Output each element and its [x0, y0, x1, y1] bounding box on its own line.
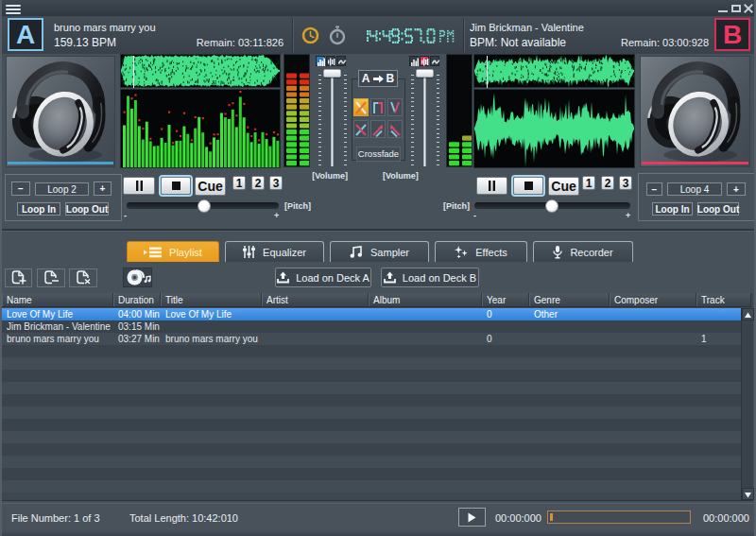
clear-file-button[interactable]	[69, 268, 97, 287]
scope-view-button[interactable]	[336, 56, 346, 66]
crossfade-curve-1[interactable]	[353, 98, 369, 116]
deck-a-cue-button[interactable]: Cue	[195, 177, 226, 196]
playlist-row-empty[interactable]	[2, 468, 741, 480]
deck-a-pause-button[interactable]	[123, 177, 155, 195]
deck-b-hotcue-2[interactable]: 2	[601, 176, 614, 190]
tab-playlist[interactable]: Playlist	[127, 241, 219, 262]
waveform-view-button[interactable]	[326, 56, 335, 66]
deck-a-waveform-overview[interactable]	[120, 54, 281, 88]
column-header-artist[interactable]: Artist	[262, 293, 369, 306]
deck-b-stop-button[interactable]	[513, 177, 543, 195]
music-library-button[interactable]	[123, 268, 152, 287]
crossfade-curve-5[interactable]	[370, 120, 386, 138]
column-header-composer[interactable]: Composer	[610, 293, 696, 306]
preview-play-button[interactable]	[458, 508, 486, 527]
cell-title	[161, 443, 262, 456]
playlist-row-empty[interactable]	[2, 431, 741, 443]
column-header-track[interactable]: Track	[696, 293, 751, 306]
minimize-button[interactable]	[718, 10, 728, 12]
deck-b-hotcue-1[interactable]: 1	[582, 176, 595, 190]
deck-b-pause-button[interactable]	[476, 177, 507, 195]
auto-mix-a-to-b-button[interactable]: A B	[358, 70, 398, 87]
deck-b-waveform-zoom[interactable]	[473, 89, 635, 168]
deck-a-hotcue-1[interactable]: 1	[232, 176, 246, 190]
playlist-row[interactable]: Jim Brickman - Valentine03:15 Min	[2, 320, 741, 333]
loop-in-button[interactable]: Loop In	[652, 202, 693, 216]
deck-a-spectrum-display[interactable]	[120, 89, 281, 168]
cell-title	[161, 320, 262, 333]
tab-equalizer[interactable]: Equalizer	[225, 241, 324, 262]
playlist-row-empty[interactable]	[2, 443, 741, 456]
crossfade-curve-3[interactable]	[387, 98, 403, 116]
cell-name	[2, 443, 113, 456]
load-on-deck-a-button[interactable]: Load on Deck A	[275, 268, 371, 287]
deck-a-hotcue-2[interactable]: 2	[251, 176, 265, 190]
deck-b-volume-fader[interactable]	[410, 69, 440, 167]
deck-b-waveform-overview[interactable]	[473, 54, 635, 88]
column-header-duration[interactable]: Duration	[113, 293, 161, 306]
deck-a-volume-knob[interactable]	[323, 69, 341, 78]
column-header-title[interactable]: Title	[161, 293, 262, 306]
deck-a-stop-button[interactable]	[161, 177, 191, 195]
cell-artist	[262, 357, 369, 370]
column-header-album[interactable]: Album	[369, 293, 482, 306]
add-file-button[interactable]	[5, 268, 32, 287]
stopwatch-icon[interactable]	[328, 26, 347, 45]
deck-b-volume-knob[interactable]	[416, 69, 434, 78]
spectrum-view-button[interactable]	[316, 56, 325, 66]
column-header-genre[interactable]: Genre	[529, 293, 610, 306]
load-on-deck-b-button[interactable]: Load on Deck B	[381, 268, 479, 287]
loop-decrease-button[interactable]: −	[646, 182, 662, 196]
spectrum-view-button[interactable]	[409, 56, 419, 66]
playlist-row-empty[interactable]	[2, 394, 741, 406]
playlist-row-empty[interactable]	[2, 456, 741, 468]
menu-icon[interactable]	[6, 5, 21, 15]
deck-b-hotcue-3[interactable]: 3	[619, 176, 632, 190]
remove-file-button[interactable]	[37, 268, 65, 287]
crossfade-curve-6[interactable]	[387, 120, 403, 138]
scope-view-button[interactable]	[430, 56, 439, 66]
column-header-name[interactable]: Name	[2, 293, 113, 306]
playlist-row-empty[interactable]	[2, 357, 741, 370]
scroll-up-button[interactable]	[742, 308, 754, 320]
deck-b-cue-button[interactable]: Cue	[548, 177, 579, 196]
cell-artist	[262, 443, 369, 456]
loop-out-button[interactable]: Loop Out	[65, 202, 109, 216]
playlist-row-empty[interactable]	[2, 382, 741, 394]
tab-sampler[interactable]: Sampler	[330, 241, 429, 262]
loop-decrease-button[interactable]: −	[11, 182, 30, 196]
waveform-view-button[interactable]	[420, 56, 429, 66]
tab-effects[interactable]: Effects	[435, 241, 527, 262]
scroll-down-button[interactable]	[742, 488, 754, 500]
crossfade-curve-2[interactable]	[370, 98, 386, 116]
playlist-row[interactable]: Love Of My Life04:00 MinLove Of My Life0…	[2, 308, 741, 320]
preview-progress-bar[interactable]	[547, 510, 691, 524]
loop-out-button[interactable]: Loop Out	[697, 202, 739, 216]
deck-b-pitch-knob[interactable]	[545, 199, 558, 213]
deck-a-artwork-panel	[6, 56, 115, 167]
close-button[interactable]	[744, 4, 753, 13]
deck-a-pitch-knob[interactable]	[198, 199, 211, 213]
column-header-year[interactable]: Year	[482, 293, 529, 306]
clock-icon[interactable]	[301, 26, 319, 44]
cell-title	[161, 382, 262, 394]
crossfade-label: Crossfade	[356, 147, 401, 162]
playlist-row-empty[interactable]	[2, 419, 741, 431]
playlist-row[interactable]: bruno mars marry you03:27 Minbruno mars …	[2, 333, 741, 345]
loop-in-button[interactable]: Loop In	[17, 202, 60, 216]
cell-year	[482, 468, 529, 480]
deck-a-volume-fader[interactable]	[318, 69, 348, 167]
playlist-row-empty[interactable]	[2, 345, 741, 357]
loop-increase-button[interactable]: +	[94, 182, 112, 196]
deck-a-hotcue-3[interactable]: 3	[269, 176, 283, 190]
playlist-row-empty[interactable]	[2, 370, 741, 382]
tab-recorder[interactable]: Recorder	[533, 241, 633, 262]
maximize-button[interactable]	[731, 5, 741, 12]
playlist-row-empty[interactable]	[2, 406, 741, 419]
playlist-row-empty[interactable]	[2, 480, 741, 493]
playlist-scrollbar[interactable]	[741, 308, 753, 500]
loop-increase-button[interactable]: +	[727, 182, 746, 196]
crossfade-curve-4[interactable]	[353, 120, 369, 138]
cell-title	[161, 431, 262, 443]
window-left-edge	[0, 0, 2, 536]
